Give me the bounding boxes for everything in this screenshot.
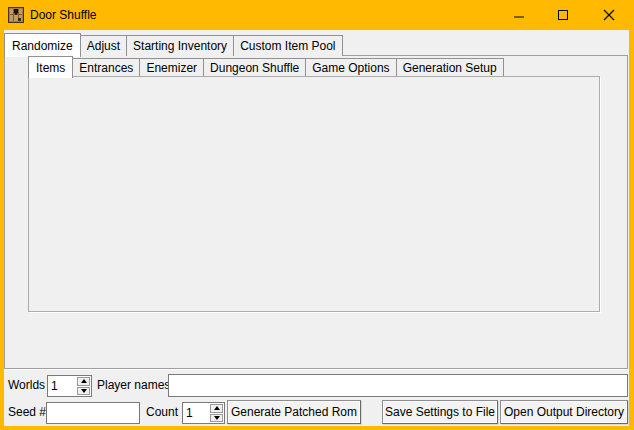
inner-tab-bar: Items Entrances Enemizer Dungeon Shuffle… bbox=[28, 56, 503, 77]
title-bar[interactable]: Door Shuffle bbox=[0, 0, 634, 30]
worlds-spinner-up[interactable] bbox=[77, 377, 90, 386]
tab-custom-item-pool[interactable]: Custom Item Pool bbox=[233, 35, 342, 56]
tab-game-options[interactable]: Game Options bbox=[305, 58, 396, 77]
door-icon bbox=[8, 7, 24, 23]
spinner-down-icon bbox=[214, 416, 220, 420]
generate-patched-rom-button[interactable]: Generate Patched Rom bbox=[227, 400, 361, 424]
spinner-down-icon bbox=[81, 389, 87, 393]
app-window: Door Shuffle Randomize Adjust Starting I… bbox=[0, 0, 634, 430]
player-names-label: Player names bbox=[97, 374, 170, 397]
worlds-spinner[interactable]: 1 bbox=[47, 375, 92, 397]
worlds-value: 1 bbox=[51, 376, 58, 396]
open-output-directory-button[interactable]: Open Output Directory bbox=[500, 400, 628, 424]
seed-label: Seed # bbox=[8, 401, 46, 424]
close-button[interactable] bbox=[592, 0, 626, 30]
window-title: Door Shuffle bbox=[30, 0, 97, 30]
spinner-up-icon bbox=[214, 406, 220, 410]
maximize-icon bbox=[557, 9, 569, 21]
close-icon bbox=[603, 9, 615, 21]
minimize-icon bbox=[513, 9, 525, 21]
count-spinner-up[interactable] bbox=[210, 404, 223, 413]
tab-adjust[interactable]: Adjust bbox=[80, 35, 127, 56]
outer-tab-bar: Randomize Adjust Starting Inventory Cust… bbox=[4, 31, 342, 56]
tab-dungeon-shuffle[interactable]: Dungeon Shuffle bbox=[203, 58, 306, 77]
tab-entrances[interactable]: Entrances bbox=[72, 58, 140, 77]
spinner-up-icon bbox=[81, 379, 87, 383]
count-spinner[interactable]: 1 bbox=[182, 402, 225, 424]
worlds-spinner-down[interactable] bbox=[77, 387, 90, 396]
seed-input[interactable] bbox=[46, 402, 140, 424]
worlds-label: Worlds bbox=[8, 374, 45, 397]
count-value: 1 bbox=[186, 403, 193, 423]
tab-items[interactable]: Items bbox=[28, 56, 73, 78]
tab-randomize[interactable]: Randomize bbox=[4, 33, 81, 57]
player-names-input[interactable] bbox=[168, 374, 628, 397]
tab-starting-inventory[interactable]: Starting Inventory bbox=[126, 35, 234, 56]
tab-enemizer[interactable]: Enemizer bbox=[139, 58, 204, 77]
client-area: Randomize Adjust Starting Inventory Cust… bbox=[4, 30, 629, 426]
count-spinner-down[interactable] bbox=[210, 414, 223, 423]
count-label: Count bbox=[146, 401, 178, 424]
tab-generation-setup[interactable]: Generation Setup bbox=[396, 58, 504, 77]
save-settings-button[interactable]: Save Settings to File bbox=[382, 400, 498, 424]
items-tab-pane bbox=[28, 76, 600, 312]
minimize-button[interactable] bbox=[502, 0, 536, 30]
maximize-button[interactable] bbox=[546, 0, 580, 30]
